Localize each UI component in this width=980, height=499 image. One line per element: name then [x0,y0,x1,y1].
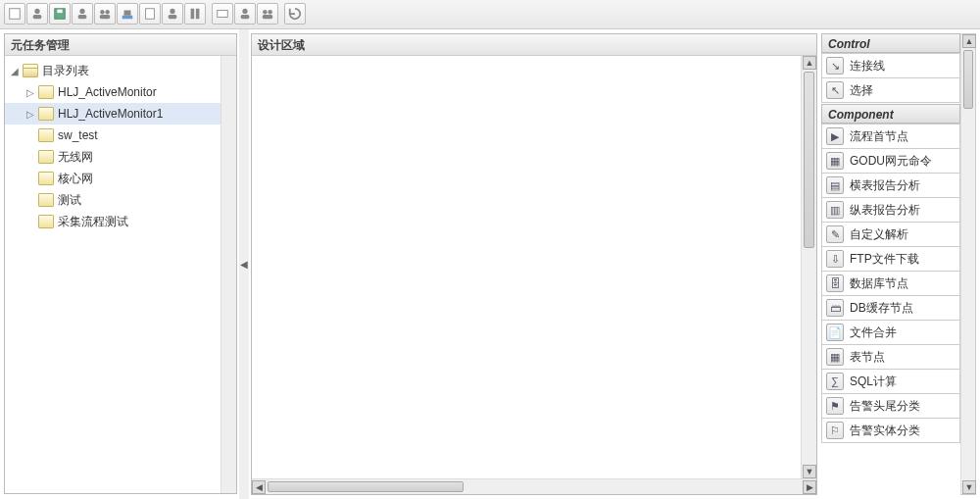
component-item[interactable]: 🗃DB缓存节点 [821,295,960,321]
palette-scrollbar[interactable]: ▲ ▼ [960,33,976,495]
expand-arrow-icon[interactable]: ◢ [9,65,21,76]
component-item[interactable]: ▦GODU网元命令 [821,148,960,174]
folder-open-icon [23,64,38,77]
svg-point-18 [242,9,247,14]
scroll-right-icon[interactable]: ▶ [803,480,816,494]
tb-card-icon[interactable] [212,3,233,25]
tb-user-icon[interactable] [26,3,48,25]
svg-rect-22 [263,15,273,19]
tree-scrollbar[interactable] [220,56,236,493]
tool-label: FTP文件下载 [850,251,919,268]
svg-point-1 [34,9,39,14]
ftp-icon: ⇩ [826,250,844,268]
svg-rect-11 [124,11,131,16]
tree-item-label: 测试 [58,192,81,209]
control-connect-line[interactable]: ↘ 连接线 [821,53,960,78]
svg-point-7 [100,10,104,14]
component-item[interactable]: ⚐告警实体分类 [821,418,960,443]
component-item[interactable]: ✎自定义解析 [821,222,960,247]
toolbar [0,0,980,29]
grid-icon: ▦ [826,152,844,170]
alarm-entity-icon: ⚐ [826,422,844,439]
folder-icon [38,193,54,207]
tb-new-icon[interactable] [4,3,25,25]
component-item[interactable]: ⇩FTP文件下载 [821,246,960,272]
tree-item[interactable]: 测试 [5,189,220,211]
collapse-arrow-icon[interactable]: ▷ [24,108,36,120]
tree-item[interactable]: sw_test [5,125,220,146]
component-item[interactable]: ∑SQL计算 [821,369,960,394]
tree-item-label: sw_test [58,128,98,142]
component-item[interactable]: ▶流程首节点 [821,124,960,149]
scroll-up-icon[interactable]: ▲ [962,34,976,48]
tool-label: 数据库节点 [850,275,908,292]
right-palette: Control ↘ 连接线 ↖ 选择 Component ▶流程首节点 ▦GOD… [821,33,976,495]
tb-save-icon[interactable] [49,3,71,25]
svg-rect-16 [196,9,200,20]
tb-separator [279,3,283,25]
tb-user4-icon[interactable] [234,3,256,25]
left-panel-title: 元任务管理 [5,34,236,56]
svg-point-5 [79,9,84,14]
scroll-thumb[interactable] [268,481,464,492]
folder-icon [38,172,54,185]
tree-root[interactable]: ◢ 目录列表 [5,60,220,81]
tree-item[interactable]: ▷ HLJ_ActiveMonitor [5,81,220,103]
hreport-icon: ▤ [826,176,844,194]
component-item[interactable]: ▥纵表报告分析 [821,197,960,223]
folder-icon [38,128,54,142]
tb-refresh-icon[interactable] [284,3,306,25]
tool-label: 表节点 [850,349,885,366]
tb-users2-icon[interactable] [257,3,278,25]
scroll-up-icon[interactable]: ▲ [803,56,816,70]
control-list: ↘ 连接线 ↖ 选择 [821,53,960,102]
center-panel-title: 设计区域 [252,34,816,56]
tree-item[interactable]: 核心网 [5,168,220,189]
tree-item-label: HLJ_ActiveMonitor1 [58,107,163,121]
scroll-left-icon[interactable]: ◀ [252,480,266,494]
left-panel: 元任务管理 ◢ 目录列表 ▷ HLJ_ActiveMonitor ▷ HLJ_A… [4,33,237,494]
center-panel: 设计区域 ▲ ▼ ◀ ▶ [251,33,817,495]
svg-rect-9 [100,15,111,19]
scroll-down-icon[interactable]: ▼ [962,480,976,494]
tree-item[interactable]: 采集流程测试 [5,211,220,232]
collapse-arrow-icon[interactable]: ▷ [24,86,36,98]
tb-user2-icon[interactable] [72,3,93,25]
tb-columns-icon[interactable] [184,3,206,25]
tb-pool-icon[interactable] [117,3,138,25]
component-item[interactable]: ⚑告警头尾分类 [821,393,960,419]
tb-user3-icon[interactable] [162,3,183,25]
tb-separator [207,3,211,25]
tree-item[interactable]: ▷ HLJ_ActiveMonitor1 [5,103,220,125]
component-header: Component [821,104,960,124]
task-tree: ◢ 目录列表 ▷ HLJ_ActiveMonitor ▷ HLJ_ActiveM… [5,56,220,493]
design-canvas[interactable] [252,56,801,478]
component-item[interactable]: ▦表节点 [821,344,960,370]
vreport-icon: ▥ [826,201,844,219]
component-list: ▶流程首节点 ▦GODU网元命令 ▤横表报告分析 ▥纵表报告分析 ✎自定义解析 … [821,124,960,442]
folder-icon [38,150,54,164]
tool-label: 告警实体分类 [850,423,920,439]
tree-item[interactable]: 无线网 [5,146,220,168]
svg-rect-17 [218,11,228,18]
tree-item-label: 采集流程测试 [58,214,128,230]
collapse-left-handle[interactable]: ◀ [239,29,249,499]
svg-rect-15 [191,9,195,20]
component-item[interactable]: 🗄数据库节点 [821,271,960,296]
control-header: Control [821,33,960,53]
scroll-thumb[interactable] [963,50,973,109]
tb-doc-icon[interactable] [139,3,161,25]
tb-users-icon[interactable] [94,3,116,25]
tool-label: DB缓存节点 [850,300,913,317]
folder-icon [38,107,54,121]
canvas-hscrollbar[interactable]: ◀ ▶ [252,478,816,494]
canvas-vscrollbar[interactable]: ▲ ▼ [801,56,816,478]
svg-rect-2 [33,15,42,19]
scroll-down-icon[interactable]: ▼ [803,465,816,478]
component-item[interactable]: 📄文件合并 [821,320,960,345]
svg-rect-10 [122,16,133,20]
folder-icon [38,215,54,228]
control-select[interactable]: ↖ 选择 [821,77,960,103]
component-item[interactable]: ▤横表报告分析 [821,173,960,198]
scroll-thumb[interactable] [804,72,814,248]
